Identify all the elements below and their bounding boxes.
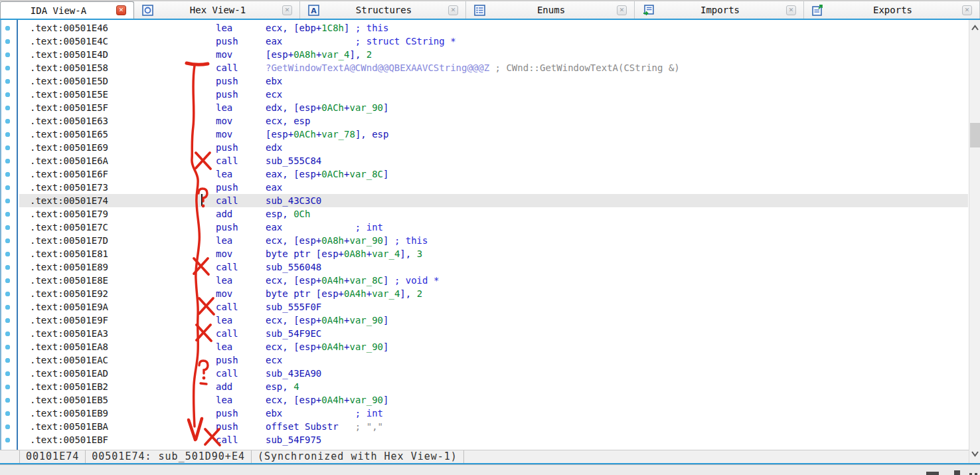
operand-token: ], [400,288,416,299]
operand-token: eax, [esp+ [266,169,321,179]
code-line[interactable]: .text:00501EA3callsub_54F9EC [19,327,968,340]
code-line[interactable]: .text:00501EBApushoffset Substr ; "," [19,420,968,433]
mnemonic: call [216,154,266,167]
tab-exports[interactable]: Exports ✕ [804,1,980,19]
code-line[interactable]: .text:00501E7Dleaecx, [esp+0A8h+var_90] … [19,234,968,247]
structures-icon: A [308,5,319,16]
operand-token: edx, [esp+ [266,102,321,113]
line-marker-dot [5,39,10,44]
code-line[interactable]: .text:00501E69pushedx [19,141,968,154]
address: .text:00501E7D [30,234,216,247]
exports-icon [812,5,823,16]
operand-token: var_4 [372,288,400,299]
tab-label: Hex View-1 [153,5,282,15]
mnemonic: call [216,61,266,74]
code-line[interactable]: .text:00501E89callsub_556048 [19,260,968,274]
close-icon[interactable]: ✕ [617,5,627,15]
tab-label: IDA View-A [1,5,116,16]
code-line-selected[interactable]: .text:00501E74callsub_43C3C0 [19,194,968,207]
operand-token: ecx [266,355,282,365]
code-line[interactable]: .text:00501E73pusheax [19,181,968,194]
vertical-scrollbar[interactable] [969,20,980,463]
line-marker-dot [5,79,10,84]
tab-label: Structures [319,5,448,15]
operand-token: ecx, esp [266,116,310,126]
code-line[interactable]: .text:00501E63movecx, esp [19,114,968,128]
code-line[interactable]: .text:00501E9Fleaecx, [esp+0A4h+var_90] [19,314,968,327]
operand-token: esp, [266,381,293,392]
line-marker-dot [5,438,10,442]
code-line[interactable]: .text:00501E81movbyte ptr [esp+0A8h+var_… [19,247,968,260]
operand-token: 0A8h [344,248,367,259]
code-line[interactable]: .text:00501EADcallsub_43EA90 [19,367,968,380]
line-marker-dot [5,345,10,349]
close-icon[interactable]: ✕ [116,5,126,15]
operand-token: ] [383,102,388,113]
enums-icon [474,5,485,16]
tab-imports[interactable]: Imports ✕ [635,1,804,19]
operand-token: ; this [394,235,428,246]
code-line[interactable]: .text:00501E6Fleaeax, [esp+0ACh+var_8C] [19,167,968,181]
code-line[interactable]: .text:00501EB5leaecx, [esp+0A4h+var_90] [19,393,968,407]
status-offset: 00101E74 [20,450,86,463]
operand-token: [esp+ [266,129,293,140]
operand-token: ] [344,23,355,33]
code-line[interactable]: .text:00501E65mov[esp+0ACh+var_78], esp [19,128,968,141]
code-line[interactable]: .text:00501EBFcallsub_54F975 [19,433,968,446]
code-line[interactable]: .text:00501E92movbyte ptr [esp+0A4h+var_… [19,287,968,300]
status-bar: 00101E74 00501E74: sub_501D90+E4 (Synchr… [0,450,969,463]
operand-token: var_90 [349,395,383,405]
close-icon[interactable]: ✕ [282,5,292,15]
operand-token: 0A4h [321,341,344,352]
operand-token: ; int [355,222,383,233]
code-line[interactable]: .text:00501E9Acallsub_555F0F [19,300,968,314]
mnemonic: push [216,141,266,154]
code-line[interactable]: .text:00501E6Acallsub_555C84 [19,154,968,167]
tab-enums[interactable]: Enums ✕ [466,1,635,19]
address: .text:00501E9A [30,300,216,314]
address: .text:00501E69 [30,141,216,154]
code-line[interactable]: .text:00501E7Cpusheax ; int [19,221,968,234]
line-marker-dot [5,159,10,163]
mnemonic: lea [216,393,266,407]
operand-token: 3 [417,248,422,259]
disassembly-listing[interactable]: .text:00501E46leaecx, [ebp+1C8h] ; this.… [19,20,968,450]
code-line[interactable]: .text:00501EB9pushebx ; int [19,407,968,420]
tab-structures[interactable]: A Structures ✕ [300,1,466,19]
address: .text:00501EB2 [30,380,216,393]
close-icon[interactable]: ✕ [448,5,458,15]
code-line[interactable]: .text:00501EB2addesp, 4 [19,380,968,393]
taskbar-strip [0,464,980,475]
code-line[interactable]: .text:00501EACpushecx [19,353,968,367]
scrollbar-thumb[interactable] [970,123,980,147]
code-line[interactable]: .text:00501E46leaecx, [ebp+1C8h] ; this [19,21,968,35]
mnemonic: add [216,207,266,221]
operand-token: 0A4h [321,315,344,326]
address: .text:00501E46 [30,21,216,35]
code-line[interactable]: .text:00501E79addesp, 0Ch [19,207,968,221]
close-icon[interactable]: ✕ [962,5,972,15]
address: .text:00501E9F [30,314,216,327]
code-line[interactable]: .text:00501E5Fleaedx, [esp+0ACh+var_90] [19,101,968,114]
hex-view-icon [142,5,153,16]
scroll-down-icon[interactable] [969,448,980,459]
code-line[interactable]: .text:00501EA8leaecx, [esp+0A4h+var_90] [19,340,968,353]
operand-token: 1C8h [321,23,344,33]
code-line[interactable]: .text:00501E4Dmov[esp+0A8h+var_4], 2 [19,48,968,61]
address: .text:00501EA8 [30,340,216,353]
tab-ida-view-a[interactable]: IDA View-A ✕ [0,1,134,19]
tab-hex-view-1[interactable]: Hex View-1 ✕ [134,1,300,19]
close-icon[interactable]: ✕ [786,5,796,15]
operand-token: 0Ch [293,209,310,219]
code-line[interactable]: .text:00501E58call?GetWindowTextA@CWnd@@… [19,61,968,74]
mnemonic: push [216,420,266,433]
code-line[interactable]: .text:00501E5Dpushebx [19,74,968,88]
code-line[interactable]: .text:00501E4Cpusheax ; struct CString * [19,35,968,48]
address: .text:00501E6F [30,167,216,181]
operand-token: sub_555C84 [266,155,321,166]
code-line[interactable]: .text:00501E5Epushecx [19,88,968,101]
line-marker-dot [5,292,10,296]
scroll-up-icon[interactable] [969,23,980,33]
code-line[interactable]: .text:00501E8Eleaecx, [esp+0A4h+var_8C] … [19,274,968,287]
disassembly-lines: .text:00501E46leaecx, [ebp+1C8h] ; this.… [19,21,968,446]
